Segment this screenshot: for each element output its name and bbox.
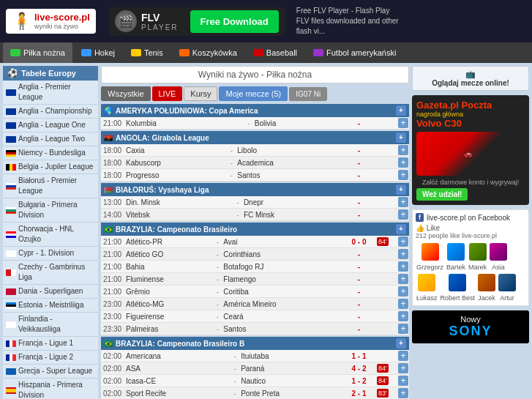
car-ad[interactable]: Gazeta.pl Poczta nagroda główna Volvo C3… xyxy=(412,95,529,205)
match-add-button[interactable]: + xyxy=(398,376,408,386)
logo-live-score[interactable]: 🧍 live-score.pl wyniki na żywo xyxy=(6,9,96,34)
filter-all[interactable]: Wszystkie xyxy=(101,86,151,101)
home-team[interactable]: Progresso xyxy=(124,169,228,182)
away-team[interactable]: Flamengo xyxy=(221,273,342,286)
filter-mine[interactable]: Moje mecze (5) xyxy=(219,86,288,101)
league-expand-button[interactable]: + xyxy=(396,224,406,234)
away-team[interactable]: Ituiutaba xyxy=(239,350,342,362)
sidebar-item[interactable]: Estonia - Meistriliiga xyxy=(3,299,98,313)
match-add-button[interactable]: + xyxy=(398,299,408,309)
away-team[interactable]: Botafogo RJ xyxy=(221,261,342,273)
sidebar-item[interactable]: Grecja - Super League xyxy=(3,365,98,379)
filter-live[interactable]: LIVE xyxy=(152,86,183,101)
fb-friend[interactable]: Grzegorz xyxy=(416,243,443,271)
match-add-button[interactable]: + xyxy=(398,388,408,398)
match-add-button[interactable]: + xyxy=(398,118,408,128)
sidebar-item[interactable]: Chorwacja - HNL Ozujko xyxy=(3,223,98,247)
nav-item-basketball[interactable]: Koszykówka xyxy=(172,42,244,63)
sidebar-item[interactable]: Dania - Superligaen xyxy=(3,285,98,299)
sidebar-item[interactable]: Hiszpania - Primera Division xyxy=(3,379,98,399)
match-add-button[interactable]: + xyxy=(398,236,408,247)
away-team[interactable]: FC Minsk xyxy=(241,209,342,221)
sidebar-item[interactable]: Finlandia - Veikkausliiga xyxy=(3,313,98,337)
sidebar-item[interactable]: Belgia - Jupiler League xyxy=(3,160,98,174)
home-team[interactable]: Sport Recife xyxy=(124,387,231,400)
away-team[interactable]: América Mineiro xyxy=(221,298,342,310)
match-add-button[interactable]: + xyxy=(398,274,408,284)
fb-friend[interactable]: Robert Best xyxy=(441,274,476,302)
home-team[interactable]: Kolumbia xyxy=(124,117,245,130)
league-expand-button[interactable]: + xyxy=(396,133,406,143)
home-team[interactable]: Atlético GO xyxy=(124,248,214,261)
sidebar-item[interactable]: Niemcy - Bundesliga xyxy=(3,146,98,160)
away-team[interactable]: Paraná xyxy=(239,362,342,375)
home-team[interactable]: Fluminense xyxy=(124,273,214,286)
league-expand-button[interactable]: + xyxy=(396,184,406,195)
nav-item-hockey[interactable]: Hokej xyxy=(74,42,122,63)
away-team[interactable]: Avai xyxy=(221,236,342,248)
away-team[interactable]: Santos xyxy=(221,323,342,335)
fb-friend[interactable]: Marek xyxy=(468,243,487,271)
home-team[interactable]: Americana xyxy=(124,350,231,362)
filter-igo[interactable]: IG07 Ni xyxy=(289,87,327,101)
sidebar-item[interactable]: Cypr - 1. Division xyxy=(3,247,98,261)
fb-friend[interactable]: Artur xyxy=(498,274,516,302)
away-team[interactable]: Ponte Preta xyxy=(239,387,342,400)
home-team[interactable]: Kabuscorp xyxy=(124,157,228,169)
match-add-button[interactable]: + xyxy=(398,209,408,220)
home-team[interactable]: Grêmio xyxy=(124,286,214,298)
home-team[interactable]: Atlético-PR xyxy=(124,236,214,248)
fb-friend[interactable]: Asia xyxy=(490,243,507,271)
home-team[interactable]: Din. Minsk xyxy=(124,196,234,209)
match-add-button[interactable]: + xyxy=(398,324,408,334)
fb-friend[interactable]: Bartek xyxy=(446,243,465,271)
match-add-button[interactable]: + xyxy=(398,286,408,297)
home-team[interactable]: ASA xyxy=(124,362,231,375)
away-team[interactable]: Ceará xyxy=(221,310,342,323)
match-add-button[interactable]: + xyxy=(398,249,408,259)
away-team[interactable]: Santos xyxy=(235,169,342,182)
match-add-button[interactable]: + xyxy=(398,261,408,272)
nav-item-tennis[interactable]: Tenis xyxy=(124,42,171,63)
free-download-button[interactable]: Free Download xyxy=(190,10,279,33)
match-add-button[interactable]: + xyxy=(398,170,408,180)
league-expand-button[interactable]: + xyxy=(396,105,406,116)
home-team[interactable]: Caxia xyxy=(124,144,228,157)
home-team[interactable]: Bahia xyxy=(124,261,214,273)
sidebar-item[interactable]: Anglia - Championship xyxy=(3,105,98,119)
match-add-button[interactable]: + xyxy=(398,197,408,207)
filter-kursy[interactable]: Kursy xyxy=(184,86,217,101)
match-add-button[interactable]: + xyxy=(398,145,408,155)
fb-friend[interactable]: Łukasz xyxy=(416,274,438,302)
match-add-button[interactable]: + xyxy=(398,311,408,321)
sidebar-item[interactable]: Białoruś - Premier League xyxy=(3,174,98,198)
sidebar-item[interactable]: Czechy - Gambrinus Liga xyxy=(3,261,98,285)
sidebar-item[interactable]: Anglia - League Two xyxy=(3,133,98,146)
car-cta-button[interactable]: Weź udział! xyxy=(416,188,468,201)
away-team[interactable]: Libolo xyxy=(235,144,342,157)
sony-ad[interactable]: Nowy SONY xyxy=(412,310,529,343)
fb-like-button[interactable]: 👍 Like xyxy=(416,224,525,232)
watch-online-banner[interactable]: 📺 Oglądaj mecze online! xyxy=(412,66,529,91)
home-team[interactable]: Figueirense xyxy=(124,310,214,323)
match-add-button[interactable]: + xyxy=(398,157,408,168)
nav-item-american-football[interactable]: Futbol amerykański xyxy=(306,42,403,63)
home-team[interactable]: Palmeiras xyxy=(124,323,214,335)
league-expand-button[interactable]: + xyxy=(396,338,406,348)
nav-item-baseball[interactable]: Baseball xyxy=(246,42,304,63)
home-team[interactable]: Atlético-MG xyxy=(124,298,214,310)
away-team[interactable]: Nautico xyxy=(239,375,342,387)
sidebar-item[interactable]: Francja - Ligue 1 xyxy=(3,337,98,351)
sidebar-item[interactable]: Bułgaria - Primera Division xyxy=(3,198,98,223)
sidebar-item[interactable]: Anglia - Premier League xyxy=(3,81,98,105)
sidebar-item[interactable]: Anglia - League One xyxy=(3,119,98,133)
away-team[interactable]: Dnepr xyxy=(241,196,342,209)
away-team[interactable]: Bolivia xyxy=(252,117,342,130)
match-add-button[interactable]: + xyxy=(398,351,408,361)
away-team[interactable]: Academica xyxy=(235,157,342,169)
away-team[interactable]: Corinthians xyxy=(221,248,342,261)
home-team[interactable]: Icasa-CE xyxy=(124,375,231,387)
sidebar-item[interactable]: Francja - Ligue 2 xyxy=(3,351,98,365)
nav-item-football[interactable]: Piłka nożna xyxy=(3,42,72,63)
fb-friend[interactable]: Jacek xyxy=(478,274,495,302)
